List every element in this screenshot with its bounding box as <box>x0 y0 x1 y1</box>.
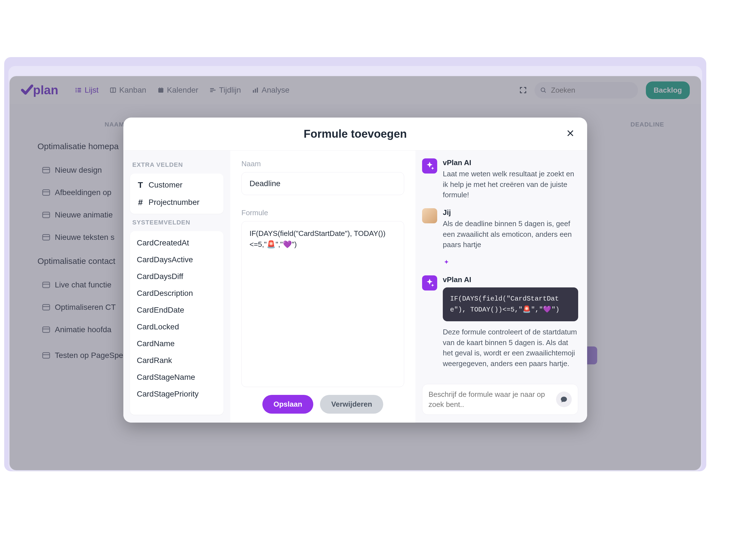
modal-body: EXTRA VELDEN T Customer # Projectnumber … <box>123 150 587 423</box>
ai-explanation: Deze formule controleert of de startdatu… <box>443 327 578 369</box>
ai-name: vPlan AI <box>443 275 578 284</box>
form-panel: Naam Formule Opslaan Verwijderen <box>230 150 415 423</box>
system-field[interactable]: CardDescription <box>137 285 217 302</box>
system-field[interactable]: CardStagePriority <box>137 386 217 402</box>
sparkle-icon <box>443 259 450 267</box>
field-customer[interactable]: T Customer <box>135 176 219 194</box>
formule-label: Formule <box>241 208 404 217</box>
field-label: Projectnumber <box>148 198 199 207</box>
msg-content: vPlan AI IF(DAYS(field("CardStartDate"),… <box>443 275 578 369</box>
modal-overlay: Formule toevoegen EXTRA VELDEN T Custome… <box>9 76 701 470</box>
user-msg: Als de deadline binnen 5 dagen is, geef … <box>443 219 578 250</box>
system-field[interactable]: CardLocked <box>137 318 217 335</box>
formula-modal: Formule toevoegen EXTRA VELDEN T Custome… <box>123 117 587 423</box>
ai-input[interactable] <box>429 389 552 410</box>
ai-panel: vPlan AI Laat me weten welk resultaat je… <box>415 150 587 423</box>
user-avatar <box>422 208 437 223</box>
system-field[interactable]: CardStageName <box>137 369 217 386</box>
ai-messages: vPlan AI Laat me weten welk resultaat je… <box>422 159 578 379</box>
ai-message: vPlan AI IF(DAYS(field("CardStartDate"),… <box>422 275 578 369</box>
ai-intro: Laat me weten welk resultaat je zoekt en… <box>443 169 578 200</box>
ai-message: vPlan AI Laat me weten welk resultaat je… <box>422 159 578 200</box>
system-field[interactable]: CardEndDate <box>137 302 217 318</box>
delete-button[interactable]: Verwijderen <box>320 395 383 414</box>
app-window: plan Lijst Kanban Kalender Tijdlijn Anal… <box>9 76 701 470</box>
field-projectnumber[interactable]: # Projectnumber <box>135 194 219 211</box>
systeemvelden-label: SYSTEEMVELDEN <box>130 216 224 229</box>
system-field[interactable]: CardCreatedAt <box>137 234 217 251</box>
modal-title: Formule toevoegen <box>304 128 407 140</box>
msg-content: Jij Als de deadline binnen 5 dagen is, g… <box>443 208 578 250</box>
text-type-icon: T <box>136 180 145 190</box>
naam-input[interactable] <box>241 172 404 195</box>
system-field[interactable]: CardDaysActive <box>137 251 217 268</box>
ai-input-wrap <box>422 384 578 415</box>
user-message: Jij Als de deadline binnen 5 dagen is, g… <box>422 208 578 250</box>
system-field[interactable]: CardRank <box>137 352 217 369</box>
user-name: Jij <box>443 208 578 217</box>
close-icon[interactable] <box>566 129 575 138</box>
modal-header: Formule toevoegen <box>123 117 587 150</box>
system-field[interactable]: CardName <box>137 335 217 352</box>
ai-name: vPlan AI <box>443 159 578 167</box>
ai-send-button[interactable] <box>556 392 572 407</box>
ai-avatar-icon <box>422 275 437 290</box>
form-buttons: Opslaan Verwijderen <box>241 395 404 414</box>
chat-icon <box>560 396 568 403</box>
field-label: Customer <box>148 180 182 190</box>
system-field[interactable]: CardDaysDiff <box>137 268 217 285</box>
naam-label: Naam <box>241 160 404 168</box>
number-type-icon: # <box>136 198 145 207</box>
fields-panel: EXTRA VELDEN T Customer # Projectnumber … <box>123 150 230 423</box>
ai-avatar-icon <box>422 159 437 173</box>
code-block: IF(DAYS(field("CardStartDate"), TODAY())… <box>443 287 578 321</box>
formule-textarea[interactable] <box>241 221 404 387</box>
extra-velden-label: EXTRA VELDEN <box>130 159 224 171</box>
save-button[interactable]: Opslaan <box>262 395 314 414</box>
msg-content: vPlan AI Laat me weten welk resultaat je… <box>443 159 578 200</box>
systeemvelden-card: CardCreatedAt CardDaysActive CardDaysDif… <box>130 231 224 415</box>
extra-velden-card: T Customer # Projectnumber <box>130 173 224 214</box>
